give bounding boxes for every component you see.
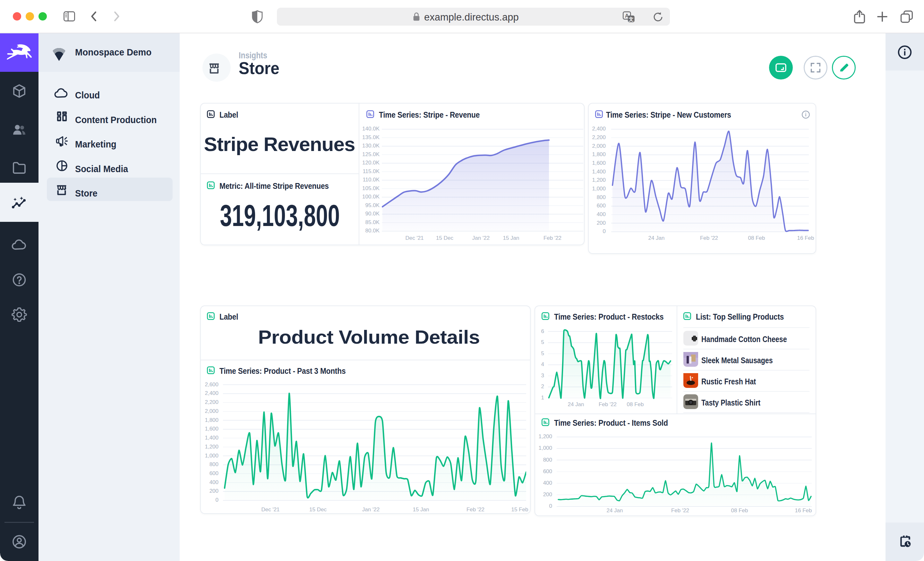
svg-text:文: 文: [628, 16, 634, 22]
